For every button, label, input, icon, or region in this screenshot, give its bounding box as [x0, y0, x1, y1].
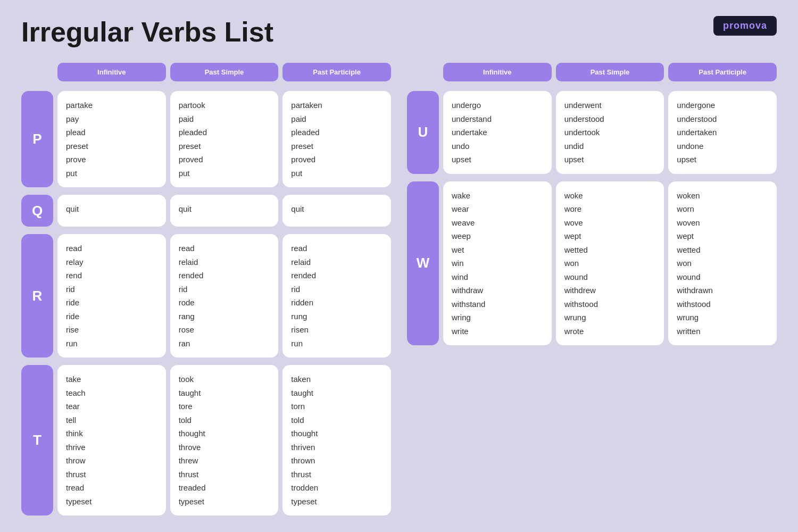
past-participle-cell-p: partaken paid pleaded preset proved put: [282, 91, 391, 187]
infinitive-cell-u: undergo understand undertake undo upset: [443, 91, 552, 174]
past-participle-cell-w: woken worn woven wept wetted won wound w…: [668, 181, 777, 346]
letter-q: Q: [21, 195, 53, 227]
main-grid: Infinitive Past Simple Past Participle P…: [21, 63, 777, 523]
letter-u: U: [407, 91, 439, 174]
left-header-infinitive: Infinitive: [57, 63, 166, 81]
past-participle-cell-t: taken taught torn told thought thriven t…: [282, 365, 391, 516]
right-header-infinitive: Infinitive: [443, 63, 552, 81]
infinitive-cell-q: quit: [57, 195, 166, 227]
section-row-t: Ttake teach tear tell think thrive throw…: [21, 365, 391, 516]
section-row-u: Uundergo understand undertake undo upset…: [407, 91, 777, 174]
past-participle-cell-u: undergone understood undertaken undone u…: [668, 91, 777, 174]
right-sections: Uundergo understand undertake undo upset…: [407, 91, 777, 353]
left-col-headers: Infinitive Past Simple Past Participle: [21, 63, 391, 81]
right-col-headers: Infinitive Past Simple Past Participle: [407, 63, 777, 81]
right-header-past-participle: Past Participle: [668, 63, 777, 81]
left-sections: Ppartake pay plead preset prove putparto…: [21, 91, 391, 523]
infinitive-cell-w: wake wear weave weep wet win wind withdr…: [443, 181, 552, 346]
letter-t: T: [21, 365, 53, 516]
right-header-past-simple: Past Simple: [556, 63, 664, 81]
right-column: Infinitive Past Simple Past Participle U…: [407, 63, 777, 523]
section-row-w: Wwake wear weave weep wet win wind withd…: [407, 181, 777, 346]
page-title: Irregular Verbs List: [21, 16, 273, 48]
past-simple-cell-w: woke wore wove wept wetted won wound wit…: [556, 181, 664, 346]
section-row-q: Qquitquitquit: [21, 195, 391, 227]
past-simple-cell-p: partook paid pleaded preset proved put: [170, 91, 279, 187]
infinitive-cell-p: partake pay plead preset prove put: [57, 91, 166, 187]
past-simple-cell-q: quit: [170, 195, 279, 227]
section-row-p: Ppartake pay plead preset prove putparto…: [21, 91, 391, 187]
infinitive-cell-t: take teach tear tell think thrive throw …: [57, 365, 166, 516]
page-header: Irregular Verbs List promova: [21, 16, 777, 48]
past-simple-cell-t: took taught tore told thought throve thr…: [170, 365, 279, 516]
section-row-r: Rread relay rend rid ride ride rise runr…: [21, 234, 391, 358]
past-participle-cell-r: read relaid rended rid ridden rung risen…: [282, 234, 391, 358]
past-simple-cell-u: underwent understood undertook undid ups…: [556, 91, 664, 174]
past-participle-cell-q: quit: [282, 195, 391, 227]
left-column: Infinitive Past Simple Past Participle P…: [21, 63, 391, 523]
letter-p: P: [21, 91, 53, 187]
left-header-past-participle: Past Participle: [282, 63, 391, 81]
infinitive-cell-r: read relay rend rid ride ride rise run: [57, 234, 166, 358]
brand-logo: promova: [713, 16, 777, 36]
letter-r: R: [21, 234, 53, 358]
past-simple-cell-r: read relaid rended rid rode rang rose ra…: [170, 234, 279, 358]
left-header-past-simple: Past Simple: [170, 63, 279, 81]
letter-w: W: [407, 181, 439, 346]
